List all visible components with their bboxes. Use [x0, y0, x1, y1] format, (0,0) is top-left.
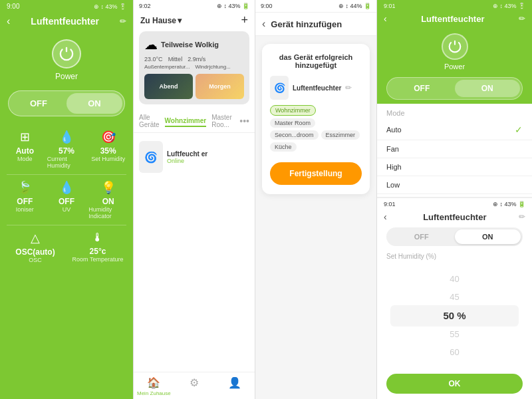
mode-section-label: Mode [377, 104, 532, 120]
more-tabs-icon[interactable]: ••• [239, 116, 249, 126]
temp-control[interactable]: 🌡 25°c Room Temperature [66, 225, 129, 269]
mode-option-high[interactable]: High [377, 158, 532, 176]
mode-low-text: Low [386, 181, 400, 189]
osc-control[interactable]: △ OSC(auto) OSC [4, 225, 66, 269]
humidity-picker-label: Set Humidity (%) [377, 250, 532, 263]
time-4b: 9:01 [384, 201, 396, 207]
uv-icon: 💧 [59, 180, 74, 195]
ok-button[interactable]: OK [386, 374, 523, 394]
ioniser-value: OFF [17, 197, 33, 206]
edit-icon-1[interactable]: ✏ [120, 17, 126, 26]
power-toggle[interactable]: OFF ON [8, 90, 125, 116]
room-tag-second[interactable]: Secon...droom [270, 130, 319, 140]
back-button-3[interactable]: ‹ [262, 18, 265, 30]
profile-icon: 👤 [228, 376, 241, 389]
dialog-device-row: 🌀 Luftentfeuchter ✏ [270, 76, 362, 100]
power-button-4t[interactable] [442, 33, 468, 60]
picker-item-55[interactable]: 55 [415, 327, 495, 342]
ioniser-icon: 🍃 [17, 180, 32, 195]
humidity-indicator-control[interactable]: 💡 ON Humidity Indicator [87, 175, 129, 225]
tab-master-room[interactable]: Master Roo... [211, 112, 234, 130]
picker-item-40[interactable]: 40 [415, 271, 495, 287]
ioniser-control[interactable]: 🍃 OFF Ioniser [4, 175, 46, 225]
add-device-title: Gerät hinzufügen [271, 19, 342, 29]
device-name: Luftfeucht er [167, 150, 207, 158]
smarthome-panel: 9:02 ⊕ ↕ 43% 🔋 Zu Hause ▾ + ☁ Teilweise … [133, 0, 255, 399]
device-item-luftentfeuchter[interactable]: 🌀 Luftfeucht er Online [139, 138, 249, 176]
add-device-button[interactable]: + [241, 13, 248, 27]
nav-home[interactable]: 🏠 Mein Zuhause [134, 376, 174, 396]
off-button[interactable]: OFF [11, 93, 66, 114]
mode-fan-text: Fan [386, 145, 399, 153]
mode-check-icon: ✓ [515, 124, 523, 135]
room-tag-esszimmer[interactable]: Esszimmer [321, 130, 360, 140]
dialog-device-name: Luftentfeuchter [293, 84, 341, 92]
panel4-header: ‹ Luftentfeuchter ✏ [377, 12, 532, 28]
dialog-edit-icon[interactable]: ✏ [345, 83, 352, 92]
weather-morning-image[interactable]: Morgen [196, 74, 244, 99]
bottom-nav: 🏠 Mein Zuhause ⚙ 👤 [134, 372, 255, 399]
set-humidity-control[interactable]: 🎯 35% Set Humidity [87, 124, 129, 174]
uv-label: UV [63, 206, 71, 213]
picker-item-45[interactable]: 45 [415, 289, 495, 305]
on-btn-4t[interactable]: ON [455, 80, 521, 97]
location-selector[interactable]: Zu Hause ▾ [140, 16, 182, 25]
temp-value-weather: 23.0°C [144, 56, 163, 63]
humidity-picker-panel: 9:01 ⊕ ↕ 43% 🔋 ‹ Luftentfeuchter ✏ OFF O… [377, 197, 532, 399]
room-tag-kuche[interactable]: Küche [270, 142, 297, 152]
mode-control[interactable]: ⊞ Auto Mode [4, 124, 46, 174]
done-button[interactable]: Fertigstellung [270, 162, 362, 185]
status-bar-4b: 9:01 ⊕ ↕ 43% 🔋 [377, 198, 532, 210]
home-icon: 🏠 [147, 376, 160, 389]
status-icons-1: ⊕ ↕ 43% 🔋 [94, 3, 126, 10]
temp-icon: 🌡 [92, 231, 104, 245]
on-button[interactable]: ON [66, 93, 122, 114]
humidity-picker[interactable]: 40 45 50 % 55 60 [377, 263, 532, 368]
room-tag-wohnzimmer[interactable]: Wohnzimmer [270, 105, 316, 116]
wind-speed: 2.9m/s [188, 56, 205, 63]
picker-items: 40 45 50 % 55 60 [415, 271, 495, 360]
add-device-panel: 9:00 ⊕ ↕ 44% 🔋 ‹ Gerät hinzufügen das Ge… [255, 0, 376, 399]
room-tag-master[interactable]: Master Room [270, 118, 315, 128]
nav-settings[interactable]: ⚙ [174, 376, 215, 396]
chevron-down-icon: ▾ [178, 16, 182, 25]
weather-sub1: Außentemperatur... [144, 64, 190, 70]
device-status: Online [167, 158, 207, 164]
set-humidity-value: 35% [100, 146, 116, 156]
uv-control[interactable]: 💧 OFF UV [46, 175, 88, 225]
off-btn-4t[interactable]: OFF [389, 80, 455, 97]
edit-icon-4b[interactable]: ✏ [519, 212, 525, 221]
room-tabs: Alle Geräte Wohnzimmer Master Roo... ••• [134, 110, 255, 133]
tab-wohnzimmer[interactable]: Wohnzimmer [165, 116, 207, 127]
panel4-power-section: Power [377, 28, 532, 74]
mode-option-auto[interactable]: Auto ✓ [377, 120, 532, 140]
humidity-control[interactable]: 💧 57% Current Humidity [46, 124, 88, 174]
mode-option-low[interactable]: Low [377, 176, 532, 194]
off-btn-4b[interactable]: OFF [388, 229, 455, 244]
mode-option-fan[interactable]: Fan [377, 140, 532, 158]
panel1-header: ‹ Luftentfeuchter ✏ [0, 13, 133, 33]
edit-icon-4t[interactable]: ✏ [519, 14, 525, 23]
power-toggle-4b[interactable]: OFF ON [386, 227, 523, 246]
panel4b-title: Luftentfeuchter [391, 212, 519, 222]
back-button-4b[interactable]: ‹ [384, 211, 387, 222]
time-3: 9:00 [261, 3, 273, 9]
nav-home-label: Mein Zuhause [137, 390, 171, 396]
time-2: 9:02 [139, 3, 151, 9]
tab-all-devices[interactable]: Alle Geräte [139, 112, 160, 130]
uv-value: OFF [59, 197, 74, 206]
picker-item-60[interactable]: 60 [415, 344, 495, 360]
weather-evening-image[interactable]: Abend [144, 74, 193, 99]
power-section: Power [0, 33, 133, 90]
power-button[interactable] [52, 39, 81, 68]
on-btn-4b[interactable]: ON [455, 229, 521, 244]
device-thumbnail: 🌀 [139, 141, 163, 173]
settings-icon: ⚙ [190, 376, 199, 389]
power-toggle-4t[interactable]: OFF ON [386, 77, 523, 100]
humidity-value: 57% [59, 146, 74, 156]
nav-profile[interactable]: 👤 [214, 376, 255, 396]
osc-icon: △ [31, 231, 40, 245]
picker-item-50[interactable]: 50 % [415, 307, 495, 324]
mode-auto-text: Auto [386, 126, 402, 134]
weather-icon: ☁ [144, 37, 158, 53]
